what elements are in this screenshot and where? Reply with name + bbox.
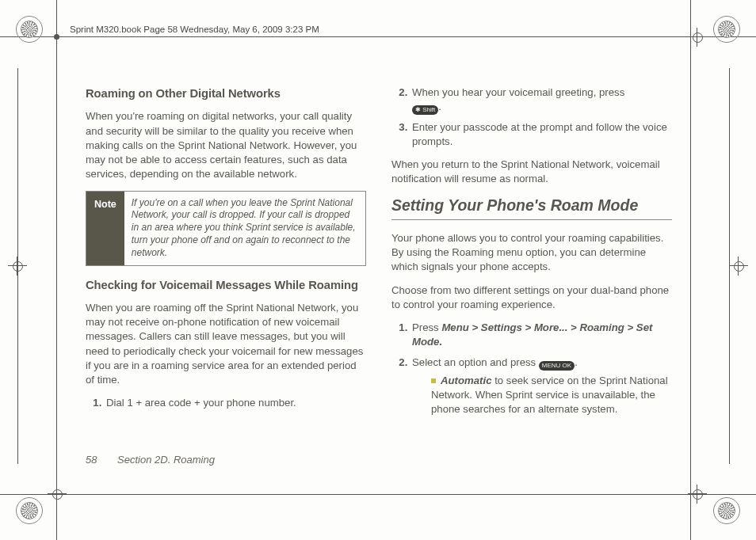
step-list: Dial 1 + area code + your phone number. bbox=[86, 396, 366, 410]
registration-mark-icon bbox=[713, 16, 740, 43]
crosshair-icon bbox=[732, 260, 745, 272]
step-text: Press bbox=[412, 321, 441, 333]
heading-voicemail-roaming: Checking for Voicemail Messages While Ro… bbox=[86, 277, 366, 293]
paragraph: When you're roaming on digital networks,… bbox=[86, 109, 366, 181]
registration-mark-icon bbox=[16, 497, 43, 524]
step-item: Press Menu > Settings > More... > Roamin… bbox=[410, 321, 672, 349]
section-label: Section 2D. Roaming bbox=[117, 454, 215, 466]
page-number: 58 bbox=[86, 454, 97, 466]
option-name: Automatic bbox=[441, 375, 491, 386]
registration-mark-icon bbox=[16, 16, 43, 43]
crosshair-icon bbox=[11, 260, 24, 272]
paragraph: Choose from two different settings on yo… bbox=[391, 283, 672, 312]
crosshair-icon bbox=[691, 488, 704, 500]
paragraph: Your phone allows you to control your ro… bbox=[391, 231, 672, 275]
step-text: Select an option and press bbox=[412, 356, 539, 368]
crosshair-icon bbox=[691, 31, 704, 44]
menu-path: Menu > Settings > More... > Roaming > Se… bbox=[412, 321, 652, 348]
sub-bullet: Automatic to seek service on the Sprint … bbox=[431, 374, 672, 417]
note-callout: Note If you're on a call when you leave … bbox=[86, 191, 366, 266]
step-item: Select an option and press MENU OK. Auto… bbox=[410, 356, 672, 417]
page-footer: 58 Section 2D. Roaming bbox=[86, 453, 215, 467]
crop-rule-right bbox=[690, 0, 691, 540]
step-text: When you hear your voicemail greeting, p… bbox=[412, 86, 624, 98]
side-rule-right bbox=[729, 68, 730, 464]
crosshair-icon bbox=[51, 488, 63, 500]
note-label: Note bbox=[86, 192, 124, 265]
crop-rule-bottom bbox=[0, 494, 756, 495]
framemaker-header: Sprint M320.book Page 58 Wednesday, May … bbox=[70, 24, 319, 36]
heading-roaming-digital: Roaming on Other Digital Networks bbox=[86, 86, 366, 101]
registration-mark-icon bbox=[713, 497, 740, 524]
step-list-cont: When you hear your voicemail greeting, p… bbox=[391, 86, 672, 150]
crop-rule-left bbox=[56, 0, 57, 540]
menu-ok-key-icon: MENU OK bbox=[539, 361, 575, 371]
shift-key-icon: ✱ Shift bbox=[412, 105, 438, 115]
step-item: Dial 1 + area code + your phone number. bbox=[105, 396, 366, 410]
step-item: When you hear your voicemail greeting, p… bbox=[410, 86, 672, 115]
right-column: When you hear your voicemail greeting, p… bbox=[391, 86, 672, 424]
crop-rule-top bbox=[0, 36, 756, 37]
step-item: Enter your passcode at the prompt and fo… bbox=[410, 120, 672, 149]
step-text: . bbox=[575, 356, 578, 368]
section-heading-roam-mode: Setting Your Phone's Roam Mode bbox=[391, 195, 672, 220]
note-text: If you're on a call when you leave the S… bbox=[124, 192, 365, 265]
paragraph: When you are roaming off the Sprint Nati… bbox=[86, 301, 366, 387]
corner-dot-icon bbox=[54, 34, 59, 40]
page-body: Roaming on Other Digital Networks When y… bbox=[86, 86, 672, 424]
paragraph: When you return to the Sprint National N… bbox=[391, 158, 672, 186]
left-column: Roaming on Other Digital Networks When y… bbox=[86, 86, 366, 424]
square-bullet-icon bbox=[431, 378, 436, 383]
step-list: Press Menu > Settings > More... > Roamin… bbox=[391, 321, 672, 416]
